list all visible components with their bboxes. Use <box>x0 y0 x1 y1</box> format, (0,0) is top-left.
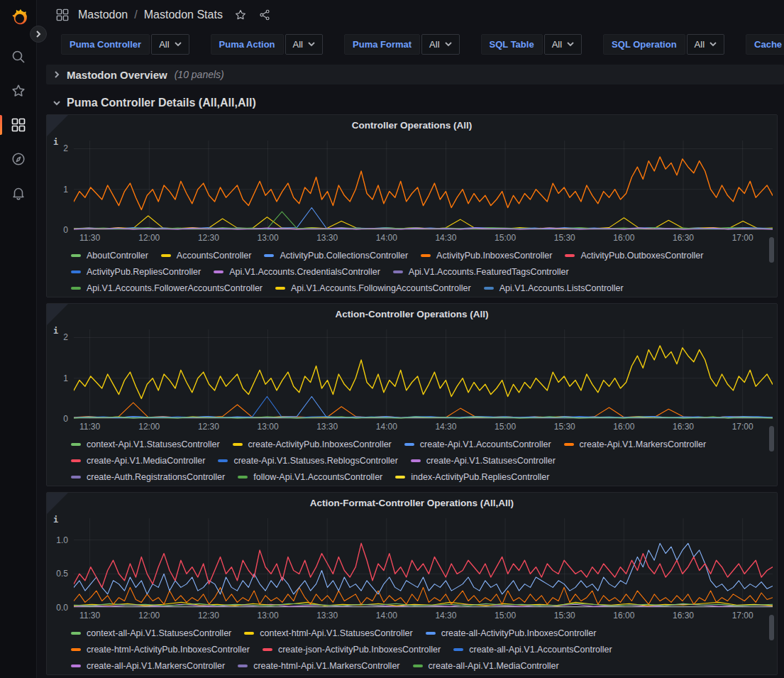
x-tick-label: 13:00 <box>258 422 279 432</box>
legend-swatch <box>214 270 223 273</box>
legend-label: Api.V1.Accounts.FollowingAccountsControl… <box>291 283 471 293</box>
legend-item[interactable]: create-html-Api.V1.MarkersController <box>238 661 399 671</box>
legend-item[interactable]: create-Api.V1.MediaController <box>71 456 205 466</box>
filter-value-dropdown[interactable]: All <box>687 34 724 55</box>
legend-swatch <box>564 443 574 446</box>
x-tick-label: 14:00 <box>376 233 397 243</box>
chart-plot[interactable] <box>74 141 773 230</box>
chevron-down-icon <box>710 41 717 47</box>
legend-item[interactable]: create-Api.V1.AccountsController <box>404 439 551 449</box>
panel-title[interactable]: Action-Format-Controller Operations (All… <box>75 498 749 508</box>
legend-item[interactable]: ActivityPub.OutboxesController <box>565 251 703 261</box>
sidebar <box>0 0 37 678</box>
share-button[interactable] <box>258 9 271 21</box>
legend-label: Api.V1.Accounts.ListsController <box>499 283 624 293</box>
legend-item[interactable]: context-Api.V1.StatusesController <box>71 439 220 449</box>
legend-item[interactable]: Api.V1.Accounts.ListsController <box>484 283 624 293</box>
legend-label: context-html-Api.V1.StatusesController <box>260 628 412 638</box>
legend-label: create-html-Api.V1.MarkersController <box>253 661 399 671</box>
legend: AboutControllerAccountsControllerActivit… <box>71 247 766 294</box>
legend-item[interactable]: create-all-Api.V1.MarkersController <box>71 661 225 671</box>
legend-item[interactable]: context-html-Api.V1.StatusesController <box>244 628 412 638</box>
row-mastodon-overview[interactable]: Mastodon Overview (10 panels) <box>46 65 784 84</box>
legend-item[interactable]: Api.V1.Accounts.CredentialsController <box>214 267 380 277</box>
panel-title[interactable]: Action-Controller Operations (All) <box>75 309 749 319</box>
legend-label: create-all-Api.V1.AccountsController <box>469 645 612 655</box>
legend-item[interactable]: ActivityPub.InboxesController <box>421 251 552 261</box>
star-icon <box>11 83 26 99</box>
panel-info-corner[interactable]: i <box>47 304 68 325</box>
legend-scrollbar[interactable] <box>769 426 774 452</box>
chart-plot[interactable] <box>74 329 773 419</box>
legend-item[interactable]: create-all-ActivityPub.InboxesController <box>426 628 597 638</box>
legend-item[interactable]: create-html-ActivityPub.InboxesControlle… <box>71 645 250 655</box>
x-tick-label: 16:00 <box>613 233 634 243</box>
x-tick-label: 12:30 <box>198 611 219 620</box>
x-tick-label: 13:00 <box>258 233 279 243</box>
dashboards-grid-icon <box>11 118 26 132</box>
filter-value-dropdown[interactable]: All <box>544 34 582 55</box>
sidebar-expand-button[interactable] <box>30 26 47 43</box>
legend-swatch <box>413 665 423 667</box>
legend-swatch <box>233 443 243 446</box>
y-tick-label: 1 <box>63 373 68 383</box>
row-puma-controller-details[interactable]: Puma Controller Details (All,All,All) <box>46 97 784 109</box>
sidebar-item-alerting[interactable] <box>0 177 36 209</box>
filter-label[interactable]: SQL Operation <box>603 34 685 55</box>
sidebar-item-starred[interactable] <box>0 75 36 106</box>
chart-plot[interactable] <box>74 518 773 608</box>
legend-scrollbar[interactable] <box>769 615 774 640</box>
grafana-logo[interactable] <box>6 6 31 30</box>
chevron-down-icon <box>308 41 315 47</box>
filter-row: Puma ControllerAllPuma ActionAllPuma For… <box>37 30 784 58</box>
filter-value-dropdown[interactable]: All <box>151 34 189 55</box>
filter-group: SQL TableAll <box>481 34 583 55</box>
sidebar-item-search[interactable] <box>0 41 36 72</box>
legend-item[interactable]: Api.V1.Accounts.FollowingAccountsControl… <box>275 283 471 293</box>
filter-label[interactable]: Cache Operation <box>746 34 784 55</box>
legend-item[interactable]: index-ActivityPub.RepliesController <box>395 472 549 482</box>
y-tick-label: 1 <box>63 185 68 195</box>
panel-info-corner[interactable]: i <box>47 115 68 136</box>
legend-item[interactable]: ActivityPub.RepliesController <box>71 267 201 277</box>
legend-item[interactable]: create-Api.V1.Statuses.ReblogsController <box>218 456 397 466</box>
breadcrumb-folder[interactable]: Mastodon <box>78 9 128 21</box>
legend-swatch <box>238 476 248 479</box>
filter-value-dropdown[interactable]: All <box>421 34 459 55</box>
legend-item[interactable]: AccountsController <box>161 251 252 261</box>
legend-item[interactable]: create-all-Api.V1.AccountsController <box>453 645 612 655</box>
sidebar-item-explore[interactable] <box>0 143 36 175</box>
panel-title[interactable]: Controller Operations (All) <box>75 120 749 131</box>
legend-item[interactable]: Api.V1.Accounts.FollowerAccountsControll… <box>71 283 263 293</box>
legend-item[interactable]: create-Api.V1.MarkersController <box>564 439 707 449</box>
filter-label[interactable]: SQL Table <box>481 34 543 55</box>
x-tick-label: 16:00 <box>613 422 634 432</box>
filter-label[interactable]: Puma Format <box>344 34 420 55</box>
legend-item[interactable]: create-Api.V1.StatusesController <box>411 456 556 466</box>
x-axis: 11:3012:0012:3013:0013:3014:0014:3015:00… <box>74 420 773 432</box>
legend-item[interactable]: create-Auth.RegistrationsController <box>71 472 225 482</box>
legend-item[interactable]: Api.V1.Accounts.FeaturedTagsController <box>393 267 569 277</box>
filter-group: Puma ControllerAll <box>61 34 189 55</box>
legend-swatch <box>71 476 81 479</box>
y-tick-label: 2 <box>63 332 68 342</box>
x-tick-label: 12:00 <box>138 422 160 432</box>
legend-item[interactable]: create-json-ActivityPub.InboxesControlle… <box>263 645 441 655</box>
legend-item[interactable]: ActivityPub.CollectionsController <box>264 251 408 261</box>
legend-scrollbar[interactable] <box>769 237 774 263</box>
filter-value-dropdown[interactable]: All <box>285 34 323 55</box>
sidebar-item-dashboards[interactable] <box>0 109 36 141</box>
legend-item[interactable]: context-all-Api.V1.StatusesController <box>71 628 231 638</box>
filter-label[interactable]: Puma Controller <box>61 34 150 55</box>
x-tick-label: 16:30 <box>673 422 694 432</box>
legend-item[interactable]: AboutController <box>71 251 148 261</box>
legend-swatch <box>426 632 436 635</box>
legend-item[interactable]: create-all-Api.V1.MediaController <box>413 661 559 671</box>
panel-info-corner[interactable]: i <box>47 493 68 514</box>
chevron-down-icon <box>445 41 452 47</box>
legend-item[interactable]: create-ActivityPub.InboxesController <box>233 439 392 449</box>
legend-item[interactable]: follow-Api.V1.AccountsController <box>238 472 382 482</box>
filter-label[interactable]: Puma Action <box>211 34 284 55</box>
favorite-button[interactable] <box>234 9 247 21</box>
legend-swatch <box>71 443 81 446</box>
